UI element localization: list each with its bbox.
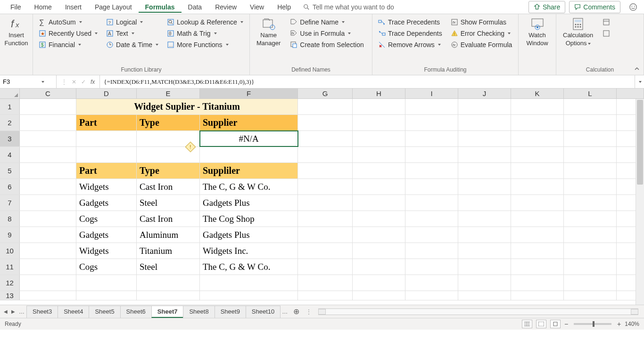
cell-f8[interactable]: The Cog Shop xyxy=(200,211,298,227)
more-functions-button[interactable]: …More Functions xyxy=(166,40,244,49)
text-button[interactable]: AText xyxy=(105,29,159,38)
cell-c7[interactable] xyxy=(20,195,76,210)
cell-i6[interactable] xyxy=(405,179,458,194)
define-name-button[interactable]: Define Name xyxy=(289,18,364,26)
watch-window-button[interactable]: Watch Window xyxy=(523,16,551,48)
col-header-k[interactable]: K xyxy=(511,89,564,98)
view-normal-button[interactable] xyxy=(522,320,532,328)
cell-e5[interactable]: Type xyxy=(137,163,200,178)
cell-l12[interactable] xyxy=(564,275,617,291)
cell-g10[interactable] xyxy=(298,243,353,259)
name-box-dropdown-icon[interactable] xyxy=(41,81,44,83)
col-header-j[interactable]: J xyxy=(458,89,511,98)
cell-j7[interactable] xyxy=(458,195,511,210)
cell-k6[interactable] xyxy=(511,179,564,194)
cell-l1[interactable] xyxy=(564,99,617,114)
sheet-tab-sheet9[interactable]: Sheet9 xyxy=(215,306,246,318)
row-header-9[interactable]: 9 xyxy=(0,227,20,243)
cell-h11[interactable] xyxy=(353,259,405,275)
row-header-3[interactable]: 3 xyxy=(0,131,20,146)
calculate-sheet-button[interactable] xyxy=(602,29,611,38)
use-in-formula-button[interactable]: fxUse in Formula xyxy=(289,29,364,38)
menu-review[interactable]: Review xyxy=(208,1,243,13)
zoom-in-button[interactable]: + xyxy=(617,320,621,328)
cell-g11[interactable] xyxy=(298,259,353,275)
cell-h8[interactable] xyxy=(353,211,405,227)
tab-overflow-right[interactable]: … xyxy=(280,308,289,315)
zoom-slider[interactable] xyxy=(574,323,611,325)
cell-l5[interactable] xyxy=(564,163,617,178)
sheet-tab-sheet4[interactable]: Sheet4 xyxy=(58,306,89,318)
formula-options-icon[interactable]: ⋮ xyxy=(61,79,67,85)
cell-h12[interactable] xyxy=(353,275,405,291)
row-header-8[interactable]: 8 xyxy=(0,211,20,227)
name-box[interactable] xyxy=(0,75,57,88)
trace-precedents-button[interactable]: Trace Precedents xyxy=(377,18,443,26)
cell-e2[interactable]: Type xyxy=(137,115,200,130)
cell-h2[interactable] xyxy=(353,115,405,130)
cell-k9[interactable] xyxy=(511,227,564,243)
cell-g7[interactable] xyxy=(298,195,353,210)
col-header-g[interactable]: G xyxy=(298,89,353,98)
cell-k4[interactable] xyxy=(511,147,564,162)
share-button[interactable]: Share xyxy=(528,1,565,13)
cell-i5[interactable] xyxy=(405,163,458,178)
cell-f11[interactable]: The C, G & W Co. xyxy=(200,259,298,275)
cell-c12[interactable] xyxy=(20,275,76,291)
cell-g3[interactable] xyxy=(298,131,353,146)
menu-data[interactable]: Data xyxy=(182,1,209,13)
fx-button-icon[interactable]: fx xyxy=(91,79,95,85)
cell-i2[interactable] xyxy=(405,115,458,130)
cell-g4[interactable] xyxy=(298,147,353,162)
cell-f9[interactable]: Gadgets Plus xyxy=(200,227,298,243)
col-header-h[interactable]: H xyxy=(353,89,405,98)
cell-c11[interactable] xyxy=(20,259,76,275)
row-header-2[interactable]: 2 xyxy=(0,115,20,130)
comments-button[interactable]: Comments xyxy=(569,1,620,13)
cell-i7[interactable] xyxy=(405,195,458,210)
formula-input[interactable]: {=INDEX(D6:F11,MATCH(D3&E3,D6:D11&E6:E11… xyxy=(100,75,635,88)
cell-d9[interactable]: Gadgets xyxy=(76,227,137,243)
col-header-rest[interactable] xyxy=(617,89,644,98)
cell-j10[interactable] xyxy=(458,243,511,259)
sheet-tab-sheet8[interactable]: Sheet8 xyxy=(183,306,215,318)
cell-e13[interactable] xyxy=(137,291,200,300)
cell-c13[interactable] xyxy=(20,291,76,300)
row-header-10[interactable]: 10 xyxy=(0,243,20,259)
cell-d12[interactable] xyxy=(76,275,137,291)
cell-j12[interactable] xyxy=(458,275,511,291)
menu-home[interactable]: Home xyxy=(28,1,58,13)
cell-d3[interactable] xyxy=(76,131,137,146)
cell-f13[interactable] xyxy=(200,291,298,300)
cell-i3[interactable] xyxy=(405,131,458,146)
cell-k7[interactable] xyxy=(511,195,564,210)
cell-l6[interactable] xyxy=(564,179,617,194)
cell-j1[interactable] xyxy=(458,99,511,114)
cell-f4[interactable] xyxy=(200,147,298,162)
cell-d4[interactable] xyxy=(76,147,137,162)
cell-d5[interactable]: Part xyxy=(76,163,137,178)
recently-used-button[interactable]: ★Recently Used xyxy=(38,29,99,38)
cell-h5[interactable] xyxy=(353,163,405,178)
evaluate-formula-button[interactable]: fxEvaluate Formula xyxy=(450,40,513,49)
cell-j4[interactable] xyxy=(458,147,511,162)
cell-k1[interactable] xyxy=(511,99,564,114)
col-header-l[interactable]: L xyxy=(564,89,617,98)
create-from-selection-button[interactable]: Create from Selection xyxy=(289,40,364,49)
financial-button[interactable]: $Financial xyxy=(38,40,99,49)
zoom-out-button[interactable]: − xyxy=(564,320,568,328)
error-checking-button[interactable]: !Error Checking xyxy=(450,29,513,38)
cell-h10[interactable] xyxy=(353,243,405,259)
cell-d10[interactable]: Widgets xyxy=(76,243,137,259)
cell-l13[interactable] xyxy=(564,291,617,300)
cell-f12[interactable] xyxy=(200,275,298,291)
sheet-tab-sheet6[interactable]: Sheet6 xyxy=(120,306,152,318)
cell-f5[interactable]: Suppliler xyxy=(200,163,298,178)
cell-d11[interactable]: Cogs xyxy=(76,259,137,275)
row-header-7[interactable]: 7 xyxy=(0,195,20,210)
horizontal-scrollbar[interactable] xyxy=(318,308,638,315)
cell-f2[interactable]: Supplier xyxy=(200,115,298,130)
cell-i11[interactable] xyxy=(405,259,458,275)
cell-f6[interactable]: The C, G & W Co. xyxy=(200,179,298,194)
cell-k3[interactable] xyxy=(511,131,564,146)
